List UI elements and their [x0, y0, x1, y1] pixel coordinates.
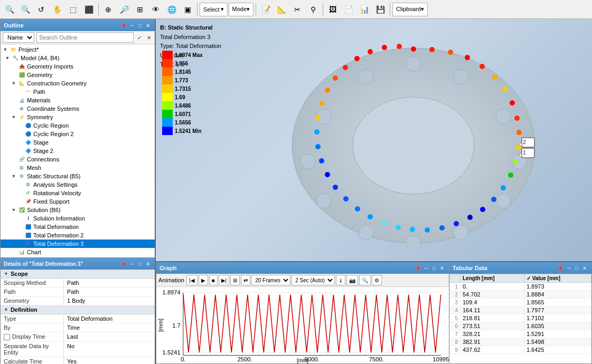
pan-btn[interactable]: ✋	[50, 2, 64, 17]
outline-name-dropdown[interactable]: Name	[3, 32, 34, 43]
table-row[interactable]: 7 328.21 1.5291	[450, 330, 591, 338]
tree-item-cyclic_region2[interactable]: ▶🔵Cyclic Region 2	[1, 130, 155, 138]
graph-max-btn[interactable]: □	[431, 265, 437, 272]
select-dropdown[interactable]: Select ▾	[200, 3, 228, 16]
tree-item-fixed_support[interactable]: ▶📌Fixed Support	[1, 197, 155, 206]
move-btn[interactable]: ⊕	[101, 2, 116, 17]
box-btn[interactable]: ⬛	[81, 2, 96, 17]
tree-item-rotational_velocity[interactable]: ▶↺Rotational Velocity	[1, 189, 155, 197]
tree-item-symmetry[interactable]: ▼⚡Symmetry	[1, 113, 155, 121]
graph-close-btn[interactable]: ✕	[438, 265, 446, 272]
checkbox-display-time[interactable]	[4, 334, 10, 340]
tree-item-geometry[interactable]: ▶🟩Geometry	[1, 71, 155, 79]
table-row[interactable]: 2 54.702 1.8884	[450, 291, 591, 299]
rotate-btn[interactable]: ↺	[34, 2, 49, 17]
zoom-out-btn[interactable]: 🔍	[18, 2, 33, 17]
expand-construction_geometry[interactable]: ▼	[11, 81, 16, 86]
outline-search-btn[interactable]: ✓	[136, 34, 143, 41]
wire-btn[interactable]: ▣	[180, 2, 195, 17]
anim-stop-btn[interactable]: ■	[209, 275, 218, 285]
outline-close-btn[interactable]: ✕	[144, 22, 152, 29]
tree-item-solution_info[interactable]: ▶ℹSolution Information	[1, 214, 155, 223]
graph-snap-btn[interactable]: 📷	[346, 275, 358, 285]
chart-btn[interactable]: 📊	[357, 2, 372, 17]
table-row[interactable]: 5 218.81 1.7102	[450, 314, 591, 322]
table-row[interactable]: 1 0. 1.8973	[450, 283, 591, 291]
anim-back-btn[interactable]: |◀	[186, 275, 198, 285]
anim-cycle-btn[interactable]: ⊞	[230, 275, 240, 285]
section-toggle-definition[interactable]: ▼	[4, 307, 8, 312]
expand-static_structural[interactable]: ▼	[11, 174, 16, 179]
zoom-to-fit-btn[interactable]: 🔍	[2, 2, 17, 17]
outline-min-btn[interactable]: ─	[129, 22, 136, 29]
tree-item-solution[interactable]: ▼✅Solution (B6)	[1, 206, 155, 214]
table-row[interactable]: 3 109.4 1.8565	[450, 299, 591, 306]
tree-item-path[interactable]: ▶〰Path	[1, 88, 155, 96]
table-row[interactable]: 8 382.91 1.5498	[450, 338, 591, 346]
expand-model[interactable]: ▼	[5, 55, 10, 61]
section-btn[interactable]: ✂	[290, 2, 305, 17]
img-btn[interactable]: 🖼	[325, 2, 340, 17]
tabular-min-btn[interactable]: ─	[566, 265, 572, 272]
mode-dropdown[interactable]: Mode▾	[229, 3, 254, 16]
table-row[interactable]: 6 273.51 1.6035	[450, 322, 591, 330]
tree-item-coord_systems[interactable]: ▶⊕Coordinate Systems	[1, 104, 155, 113]
expand-solution[interactable]: ▼	[11, 207, 16, 213]
tabular-pin-btn[interactable]: 📌	[555, 265, 565, 272]
zoom-in-btn[interactable]: 🔎	[117, 2, 131, 17]
tree-item-analysis_settings[interactable]: ▶⚙Analysis Settings	[1, 180, 155, 189]
section-definition[interactable]: ▼ Definition	[1, 305, 155, 314]
tree-item-cyclic_region[interactable]: ▶🔵Cyclic Region	[1, 121, 155, 130]
tree-item-model[interactable]: ▼🔧Model (A4, B4)	[1, 54, 155, 62]
outline-search-input[interactable]	[36, 32, 134, 43]
tree-item-construction_geometry[interactable]: ▼📐Construction Geometry	[1, 79, 155, 88]
export-btn[interactable]: 💾	[373, 2, 388, 17]
report-btn[interactable]: 📄	[341, 2, 356, 17]
annotate-btn[interactable]: 📝	[258, 2, 273, 17]
tree-item-geometry_imports[interactable]: ▶📥Geometry Imports	[1, 62, 155, 71]
anim-forward-btn[interactable]: ▶|	[219, 275, 230, 285]
tree-item-total_deform2[interactable]: ▶🟦Total Deformation 2	[1, 231, 155, 240]
tabular-close-btn[interactable]: ✕	[581, 265, 588, 272]
tree-item-mesh[interactable]: ▶⊞Mesh	[1, 164, 155, 172]
tree-item-static_structural[interactable]: ▼⚙Static Structural (B5)	[1, 172, 155, 180]
details-min-btn[interactable]: ─	[129, 261, 136, 267]
select-btn[interactable]: ⬚	[65, 2, 80, 17]
export-graph-btn[interactable]: ⤓	[336, 275, 345, 285]
anim-ping-btn[interactable]: ⇄	[241, 275, 250, 285]
anim-play-btn[interactable]: ▶	[199, 275, 208, 285]
tabular-max-btn[interactable]: □	[574, 265, 580, 272]
tree-item-total_deform3[interactable]: ▶🟦Total Deformation 3	[1, 240, 155, 248]
outline-search-clear-btn[interactable]: ✕	[145, 34, 153, 41]
tree-item-stage2[interactable]: ▶🔷Stage 2	[1, 147, 155, 155]
tree-item-materials[interactable]: ▶🔬Materials	[1, 96, 155, 104]
table-row[interactable]: 9 437.62 1.6425	[450, 346, 591, 354]
outline-pin-btn[interactable]: 📌	[118, 22, 128, 29]
measure-btn[interactable]: 📐	[274, 2, 289, 17]
graph-min-btn[interactable]: ─	[423, 265, 430, 272]
tree-item-stage[interactable]: ▶🔷Stage	[1, 138, 155, 147]
expand-project[interactable]: ▼	[3, 47, 8, 52]
tree-item-project[interactable]: ▼📁Project*	[1, 45, 155, 54]
shade-btn[interactable]: 🌐	[164, 2, 179, 17]
frames-select[interactable]: 20 Frames	[251, 275, 290, 285]
section-scope[interactable]: ▼ Scope	[1, 270, 155, 279]
table-row[interactable]: 4 164.11 1.7977	[450, 306, 591, 314]
tree-item-chart[interactable]: ▶📊Chart	[1, 248, 155, 256]
details-max-btn[interactable]: □	[137, 261, 143, 267]
graph-settings-btn[interactable]: ⚙	[372, 275, 382, 285]
probe-btn[interactable]: ⚲	[306, 2, 321, 17]
outline-max-btn[interactable]: □	[137, 22, 143, 29]
zoom-graph-btn[interactable]: 🔍	[359, 275, 371, 285]
details-close-btn[interactable]: ✕	[144, 261, 152, 267]
sec-select[interactable]: 2 Sec (Auto)	[292, 275, 335, 285]
tree-item-connections[interactable]: ▶🔗Connections	[1, 155, 155, 164]
section-toggle-scope[interactable]: ▼	[4, 271, 8, 276]
tree-item-total_deform1[interactable]: ▶🟦Total Deformation	[1, 223, 155, 231]
details-pin-btn[interactable]: 📌	[118, 261, 128, 267]
expand-symmetry[interactable]: ▼	[11, 114, 16, 120]
clipboard-dropdown[interactable]: Clipboard▾	[392, 3, 428, 16]
graph-pin-btn[interactable]: 📌	[412, 265, 422, 272]
view-btn[interactable]: 👁	[148, 2, 163, 17]
fit-btn[interactable]: ⊞	[133, 2, 147, 17]
